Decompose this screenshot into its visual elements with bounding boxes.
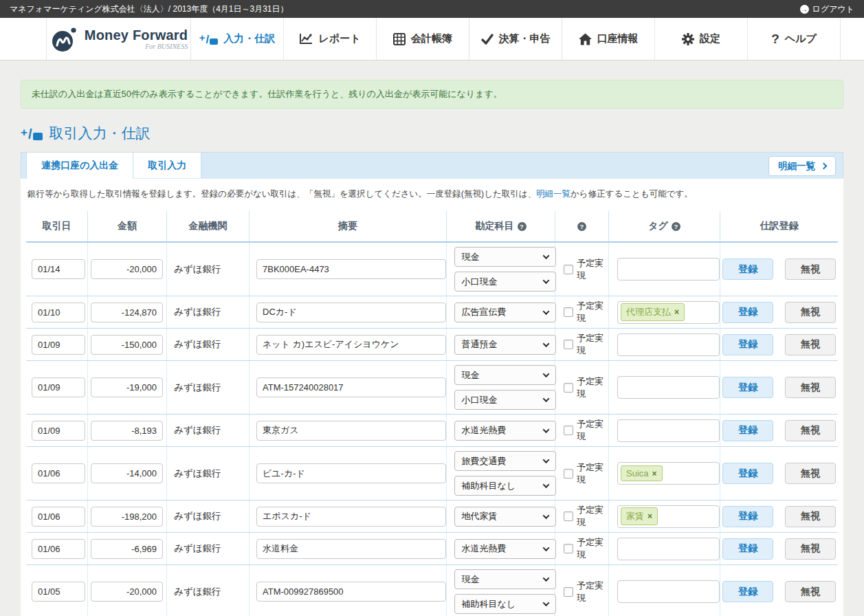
memo-input[interactable]: ビユ-カ-ド (256, 463, 446, 483)
planned-realization-checkbox[interactable] (564, 340, 573, 349)
memo-input[interactable]: ATM-009927869500 (256, 582, 446, 602)
date-input[interactable]: 01/06 (32, 463, 85, 483)
register-button[interactable]: 登録 (722, 334, 773, 355)
logout-link[interactable]: → ログアウト (800, 3, 854, 15)
help-icon[interactable]: ? (577, 222, 586, 231)
remove-tag-icon[interactable]: × (674, 307, 679, 317)
amount-input[interactable]: -14,000 (91, 463, 163, 483)
tag-input[interactable]: 代理店支払× (617, 301, 720, 324)
account-select[interactable]: 小口現金 (454, 272, 556, 292)
remove-tag-icon[interactable]: × (647, 512, 652, 521)
ignore-button[interactable]: 無視 (785, 538, 836, 560)
register-button[interactable]: 登録 (722, 377, 773, 398)
nav-item-settings[interactable]: 設定 (654, 18, 747, 60)
amount-input[interactable]: -19,000 (91, 377, 163, 397)
ignore-button[interactable]: 無視 (785, 302, 836, 323)
amount-input[interactable]: -124,870 (91, 302, 163, 322)
tag-input[interactable]: 家賃× (617, 505, 720, 528)
register-button[interactable]: 登録 (722, 463, 773, 484)
tag-input[interactable]: Suica× (617, 462, 720, 485)
register-button[interactable]: 登録 (722, 581, 773, 602)
planned-realization-checkbox[interactable] (564, 307, 573, 317)
account-select[interactable]: 補助科目なし (454, 476, 556, 496)
planned-realization-checkbox[interactable] (564, 512, 573, 521)
nav-item-ledger[interactable]: 会計帳簿 (376, 18, 469, 60)
account-select[interactable]: 現金 (454, 247, 556, 267)
ignore-button[interactable]: 無視 (785, 420, 836, 441)
account-select[interactable]: 小口現金 (454, 390, 556, 410)
date-input[interactable]: 01/14 (32, 259, 85, 279)
memo-input[interactable]: 水道料金 (256, 539, 446, 559)
ignore-button[interactable]: 無視 (785, 258, 836, 280)
amount-input[interactable]: -8,193 (91, 421, 163, 441)
nav-item-account-info[interactable]: 口座情報 (562, 18, 654, 60)
nav-item-input-journal[interactable]: +/入力・仕訳 (190, 18, 283, 60)
planned-realization-checkbox[interactable] (564, 544, 573, 553)
amount-input[interactable]: -6,969 (91, 539, 163, 559)
amount-input[interactable]: -198,200 (91, 507, 163, 527)
amount-input[interactable]: -20,000 (91, 582, 163, 602)
planned-realization-label: 予定実現 (577, 461, 608, 486)
tab-linked-account-deposits[interactable]: 連携口座の入出金 (26, 153, 133, 179)
planned-realization-checkbox[interactable] (564, 587, 573, 597)
ignore-button[interactable]: 無視 (785, 581, 836, 602)
tag-chip: 代理店支払× (621, 303, 685, 321)
memo-input[interactable]: ネット カ)エスビ-アイシヨウケン (256, 335, 446, 355)
tab-transaction-input[interactable]: 取引入力 (133, 153, 201, 179)
tag-input[interactable] (617, 258, 720, 280)
remove-tag-icon[interactable]: × (652, 469, 657, 478)
planned-realization-label: 予定実現 (577, 257, 608, 282)
detail-list-button[interactable]: 明細一覧 (768, 156, 836, 176)
help-icon[interactable]: ? (518, 222, 527, 231)
account-select[interactable]: 現金 (454, 365, 556, 385)
memo-input[interactable]: 7BK000EA-4473 (256, 259, 446, 279)
planned-realization-checkbox[interactable] (564, 469, 573, 478)
nav-item-report[interactable]: レポート (283, 18, 376, 60)
date-input[interactable]: 01/06 (32, 539, 85, 559)
account-select[interactable]: 現金 (454, 569, 556, 589)
tag-input[interactable] (617, 419, 720, 442)
tag-input[interactable] (617, 333, 720, 356)
account-select[interactable]: 地代家賃 (454, 507, 556, 527)
date-input[interactable]: 01/06 (32, 507, 85, 527)
memo-input[interactable]: エポスカ-ド (256, 507, 446, 527)
date-input[interactable]: 01/09 (32, 377, 85, 397)
tag-input[interactable] (617, 376, 720, 399)
ignore-button[interactable]: 無視 (785, 334, 836, 355)
account-select[interactable]: 広告宣伝費 (454, 302, 556, 322)
memo-input[interactable]: 東京ガス (256, 421, 446, 441)
register-button[interactable]: 登録 (722, 538, 773, 560)
ignore-button[interactable]: 無視 (785, 377, 836, 398)
memo-input[interactable]: DCカ-ド (256, 302, 446, 322)
date-input[interactable]: 01/05 (32, 582, 85, 602)
date-input[interactable]: 01/09 (32, 421, 85, 441)
amount-input[interactable]: -20,000 (91, 259, 163, 279)
ignore-button[interactable]: 無視 (785, 463, 836, 484)
account-select[interactable]: 普通預金 (454, 335, 556, 355)
ignore-button[interactable]: 無視 (785, 506, 836, 527)
register-button[interactable]: 登録 (722, 506, 773, 527)
date-input[interactable]: 01/09 (32, 335, 85, 355)
gear-icon (682, 33, 694, 45)
memo-input[interactable]: ATM-157240028017 (256, 377, 446, 397)
register-button[interactable]: 登録 (722, 420, 773, 441)
brand-logo[interactable]: Money Forward For BUSINESS (46, 18, 190, 60)
help-icon[interactable]: ? (672, 222, 680, 231)
date-input[interactable]: 01/10 (32, 302, 85, 322)
register-button[interactable]: 登録 (722, 258, 773, 280)
detail-list-link[interactable]: 明細一覧 (536, 189, 571, 199)
planned-realization-checkbox[interactable] (564, 265, 573, 274)
planned-realization-checkbox[interactable] (564, 383, 573, 393)
account-select[interactable]: 補助科目なし (454, 594, 556, 614)
tag-input[interactable] (617, 580, 720, 603)
register-button[interactable]: 登録 (722, 302, 773, 323)
tag-input[interactable] (617, 538, 720, 560)
nav-item-help[interactable]: ?ヘルプ (747, 18, 840, 60)
nav-item-tax-filing[interactable]: 決算・申告 (469, 18, 562, 60)
account-select[interactable]: 旅費交通費 (454, 451, 556, 471)
amount-input[interactable]: -150,000 (91, 335, 163, 355)
account-select[interactable]: 水道光熱費 (454, 421, 556, 441)
chevron-down-icon (542, 277, 549, 284)
account-select[interactable]: 水道光熱費 (454, 539, 556, 559)
planned-realization-checkbox[interactable] (564, 426, 573, 435)
